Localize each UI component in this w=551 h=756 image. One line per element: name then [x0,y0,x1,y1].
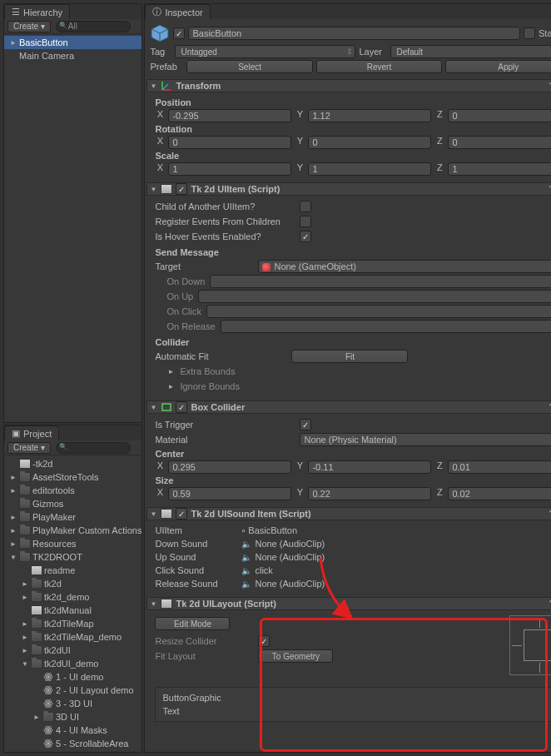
project-item[interactable]: tk2dManual [4,604,141,617]
project-item[interactable]: tk2dTileMap_demo [4,630,141,644]
resize-collider-checkbox[interactable] [258,635,270,647]
uisound-row-value[interactable]: None (AudioClip) [241,579,325,589]
physic-material-field[interactable]: None (Physic Material) [300,433,551,446]
center-x-input[interactable] [168,460,291,474]
foldout-icon[interactable] [21,579,29,588]
project-item[interactable]: PlayMaker [4,510,141,524]
project-item[interactable]: tk2d_demo [4,590,141,604]
layer-dropdown[interactable]: Default [390,45,551,58]
project-item[interactable]: 3D UI [4,710,141,724]
foldout-icon[interactable] [32,713,41,721]
uiitem-enabled-checkbox[interactable] [176,183,187,195]
project-item[interactable]: tk2d [4,577,141,590]
foldout-icon[interactable] [149,403,157,411]
project-item[interactable]: tk2dTileMap [4,617,141,630]
event-ondown-field[interactable] [210,275,551,288]
foldout-icon[interactable] [149,185,157,193]
project-item[interactable]: AssetStoreTools [4,470,141,484]
scale-x-input[interactable] [168,162,291,176]
project-item[interactable]: 5 - ScrollableArea [4,737,141,750]
foldout-icon[interactable] [9,38,17,47]
foldout-icon[interactable] [9,486,17,495]
project-item[interactable]: tk2dUI_demo [4,657,141,670]
project-item[interactable]: 3 - 3D UI [4,697,141,710]
prefab-revert-button[interactable]: Revert [316,60,442,73]
project-create-button[interactable]: Create ▾ [7,442,51,454]
rotation-z-input[interactable] [448,136,551,149]
gameobject-name-input[interactable] [188,27,520,40]
target-object-field[interactable]: None (GameObject) [258,260,551,273]
hierarchy-create-button[interactable]: Create ▾ [7,21,51,32]
project-item[interactable]: Resources [4,537,141,550]
child-of-uiitem-checkbox[interactable] [300,201,311,212]
boxcollider-enabled-checkbox[interactable] [176,401,187,413]
edit-mode-button[interactable]: Edit Mode [155,617,230,630]
event-onrelease-field[interactable] [221,320,551,333]
layout-child-item[interactable]: Text [162,704,551,718]
project-item[interactable]: TK2DROOT [4,550,141,564]
fit-button[interactable]: Fit [291,350,408,363]
inspector-tab[interactable]: ⓘ Inspector [145,4,210,19]
project-item[interactable]: readme [4,564,141,577]
foldout-icon[interactable] [21,646,29,654]
position-x-input[interactable] [168,109,291,122]
anchor-widget[interactable] [509,615,551,675]
rotation-y-input[interactable] [308,136,431,149]
help-icon[interactable]: ? [545,508,551,520]
register-events-checkbox[interactable] [300,216,311,227]
event-onup-field[interactable] [198,290,551,303]
tag-dropdown[interactable]: Untagged [175,45,355,58]
foldout-icon[interactable] [9,513,17,521]
foldout-icon[interactable] [21,633,29,641]
hierarchy-tab[interactable]: ☰ Hierarchy [4,4,70,19]
prefab-apply-button[interactable]: Apply [445,60,551,73]
foldout-icon[interactable] [166,382,175,390]
foldout-icon[interactable] [166,367,175,376]
uisound-row-value[interactable]: None (AudioClip) [241,539,325,549]
uiitem-header[interactable]: Tk 2d UIItem (Script) ? ⚙ [146,182,551,196]
foldout-icon[interactable] [9,526,17,535]
help-icon[interactable]: ? [545,401,551,413]
foldout-icon[interactable] [21,659,29,668]
to-geometry-button[interactable]: To Geometry [258,649,333,663]
help-icon[interactable]: ? [545,183,551,195]
foldout-icon[interactable] [9,540,17,548]
foldout-icon[interactable] [9,553,17,561]
rotation-x-input[interactable] [168,136,291,149]
size-y-input[interactable] [308,487,431,500]
scale-y-input[interactable] [308,162,431,176]
foldout-icon[interactable] [149,510,157,518]
size-x-input[interactable] [168,487,291,500]
transform-header[interactable]: Transform ? ⚙ [146,79,551,92]
project-item[interactable]: 1 - UI demo [4,670,141,684]
help-icon[interactable]: ? [545,80,551,92]
scale-z-input[interactable] [448,162,551,176]
uisound-row-value[interactable]: click [241,565,272,575]
event-onclick-field[interactable] [206,305,551,318]
project-item[interactable]: -tk2d [4,457,141,470]
project-item[interactable]: tk2dUI [4,644,141,657]
hierarchy-search-input[interactable]: All [56,21,131,32]
project-item[interactable]: 2 - UI Layout demo [4,684,141,697]
hierarchy-item-maincamera[interactable]: Main Camera [4,49,141,62]
project-item[interactable]: Gizmos [4,497,141,510]
foldout-icon[interactable] [21,619,29,628]
center-z-input[interactable] [448,460,551,474]
foldout-icon[interactable] [149,599,157,608]
help-icon[interactable]: ? [545,598,551,609]
gameobject-icon[interactable] [150,23,170,43]
hierarchy-item-basicbutton[interactable]: BasicButton [4,36,141,49]
center-y-input[interactable] [308,460,431,474]
project-search-input[interactable] [56,442,131,454]
project-item[interactable]: 4 - UI Masks [4,724,141,737]
uilayout-header[interactable]: Tk 2d UILayout (Script) ? ⚙ [146,597,551,610]
size-z-input[interactable] [448,487,551,500]
hover-events-checkbox[interactable] [300,231,311,242]
static-checkbox[interactable] [524,27,535,39]
layout-child-item[interactable]: ButtonGraphic [162,691,551,704]
uisound-row-value[interactable]: None (AudioClip) [241,552,325,562]
uisound-row-value[interactable]: BasicButton [241,525,297,535]
position-z-input[interactable] [448,109,551,122]
project-item[interactable]: editortools [4,484,141,497]
project-tab[interactable]: ▣ Project [4,425,59,440]
